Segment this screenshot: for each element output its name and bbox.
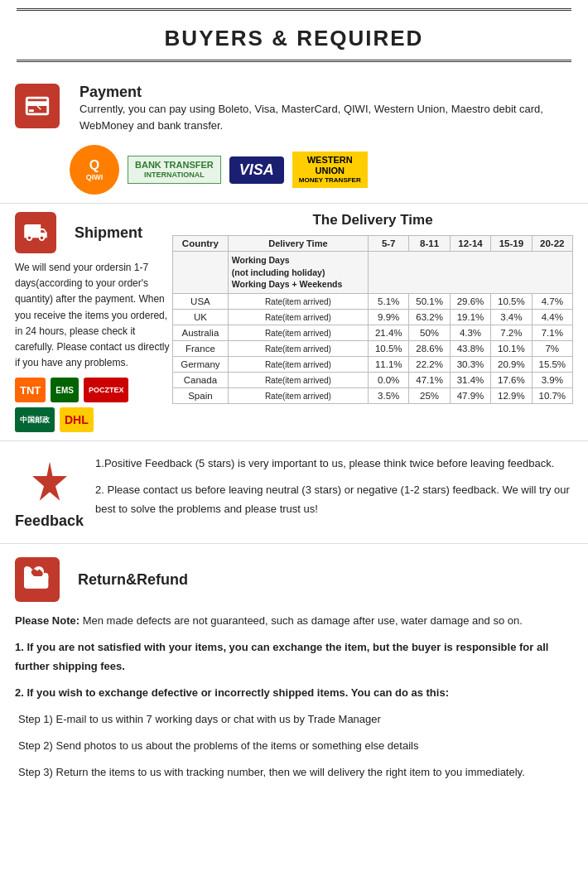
shipment-icon-svg [23,220,48,245]
shipment-left: Shipment We will send your ordersin 1-7 … [15,212,172,432]
page-header: BUYERS & REQUIRED [17,8,571,62]
row-col1: 0.0% [369,373,409,388]
return-point1: 1. If you are not satisfied with your it… [15,638,573,675]
row-col5: 4.7% [532,294,572,310]
col-country: Country [173,236,229,252]
row-col3: 47.9% [450,388,490,404]
carrier-logos: TNT EMS POCZTEX 中国邮政 DHL [15,378,172,432]
delivery-table-row: Australia Rate(item arrived) 21.4% 50% 4… [173,325,573,341]
shipment-icon [15,212,56,253]
return-note-label: Please Note: [15,614,80,627]
row-col5: 15.5% [532,357,572,373]
row-col1: 5.1% [369,294,409,310]
feedback-title: Feedback [15,512,84,530]
row-country: UK [173,310,229,325]
return-step1: Step 1) E-mail to us within 7 working da… [18,710,573,729]
delivery-table-row: USA Rate(item arrived) 5.1% 50.1% 29.6% … [173,294,573,310]
col-12-14: 12-14 [450,236,490,252]
row-col1: 10.5% [369,341,409,357]
delivery-table-row: France Rate(item arrived) 10.5% 28.6% 43… [173,341,573,357]
shipment-title: Shipment [75,224,142,242]
return-step3: Step 3) Return the items to us with trac… [18,763,573,782]
ems-logo: EMS [51,378,79,402]
visa-logo: VISA [229,156,284,184]
row-col2: 28.6% [409,341,450,357]
shipment-section: Shipment We will send your ordersin 1-7 … [0,204,588,441]
row-col4: 10.1% [491,341,532,357]
payment-section: Payment Currently, you can pay using Bol… [0,70,588,204]
shipment-right: The Delivery Time Country Delivery Time … [172,212,573,432]
row-rate-label: Rate(item arrived) [228,341,368,357]
row-col2: 63.2% [409,310,450,325]
delivery-table-row: Germany Rate(item arrived) 11.1% 22.2% 3… [173,357,573,373]
western-union-logo: WESTERN UNION MONEY TRANSFER [292,152,368,188]
row-col5: 3.9% [532,373,572,388]
row-col1: 21.4% [369,325,409,341]
svg-rect-3 [36,576,39,589]
row-col1: 11.1% [369,357,409,373]
feedback-icon-svg [27,459,73,505]
row-col2: 47.1% [409,373,450,388]
return-body: Please Note: Men made defects are not gu… [15,612,573,782]
svg-rect-4 [27,579,36,589]
delivery-table-row: Spain Rate(item arrived) 3.5% 25% 47.9% … [173,388,573,404]
working-days-header: Working Days(not including holiday)Worki… [228,252,368,294]
col-5-7: 5-7 [369,236,409,252]
feedback-text: 1.Positive Feedback (5 stars) is very im… [95,455,573,530]
row-col2: 50% [409,325,450,341]
row-country: Australia [173,325,229,341]
return-note-text: Men made defects are not guaranteed, suc… [80,614,523,627]
payment-description: Currently, you can pay using Boleto, Vis… [80,101,573,133]
feedback-text2: 2. Please contact us before leaving neut… [95,481,573,517]
row-country: Canada [173,373,229,388]
return-point2: 2. If you wish to exchange defective or … [15,684,573,702]
row-col3: 4.3% [450,325,490,341]
row-rate-label: Rate(item arrived) [228,373,368,388]
row-col4: 3.4% [491,310,532,325]
row-col4: 20.9% [491,357,532,373]
payment-logos: Q QIWI BANK TRANSFER INTERNATIONAL VISA … [70,145,573,195]
payment-icon [15,84,60,128]
svg-rect-0 [29,109,34,112]
svg-marker-1 [32,462,67,501]
row-col1: 9.9% [369,310,409,325]
row-country: France [173,341,229,357]
row-col5: 4.4% [532,310,572,325]
return-icon-svg [24,566,51,593]
chinapost-logo: 中国邮政 [15,407,55,432]
payment-title: Payment [80,84,573,101]
tnt-logo: TNT [15,378,46,402]
row-rate-label: Rate(item arrived) [228,310,368,325]
row-col5: 7% [532,341,572,357]
return-icon [15,557,60,602]
return-note: Please Note: Men made defects are not gu… [15,612,573,630]
col-delivery-time: Delivery Time [228,236,368,252]
svg-rect-5 [40,579,46,589]
row-col3: 31.4% [450,373,490,388]
dhl-logo: DHL [60,407,94,432]
qiwi-logo: Q QIWI [70,145,119,195]
row-country: USA [173,294,229,310]
feedback-text1: 1.Positive Feedback (5 stars) is very im… [95,455,573,473]
row-col5: 7.1% [532,325,572,341]
col-8-11: 8-11 [409,236,450,252]
row-col2: 25% [409,388,450,404]
col-20-22: 20-22 [532,236,572,252]
row-col3: 43.8% [450,341,490,357]
delivery-table-row: Canada Rate(item arrived) 0.0% 47.1% 31.… [173,373,573,388]
feedback-icon [22,455,77,509]
row-col4: 12.9% [491,388,532,404]
col-15-19: 15-19 [491,236,532,252]
row-col3: 30.3% [450,357,490,373]
row-col4: 7.2% [491,325,532,341]
delivery-table: Country Delivery Time 5-7 8-11 12-14 15-… [172,235,573,404]
shipment-description: We will send your ordersin 1-7 days(acco… [15,260,172,371]
row-country: Germany [173,357,229,373]
col-rate-header [369,252,573,294]
delivery-title: The Delivery Time [172,212,573,229]
row-col4: 10.5% [491,294,532,310]
row-col3: 19.1% [450,310,490,325]
row-rate-label: Rate(item arrived) [228,325,368,341]
delivery-table-row: UK Rate(item arrived) 9.9% 63.2% 19.1% 3… [173,310,573,325]
row-rate-label: Rate(item arrived) [228,388,368,404]
